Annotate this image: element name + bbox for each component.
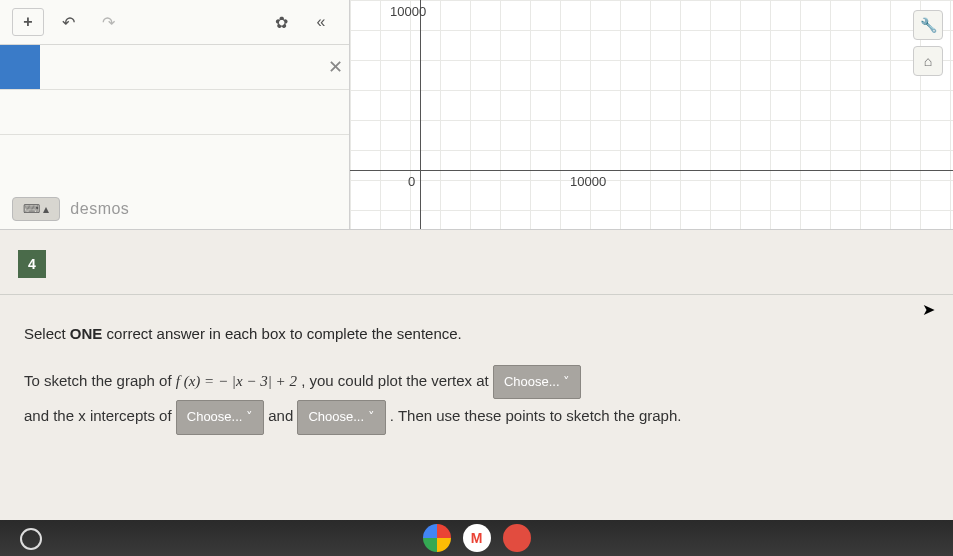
x-tick-label: 10000 <box>570 174 606 189</box>
expression-color-swatch[interactable] <box>0 45 40 89</box>
line1-text-a: To sketch the graph of <box>24 372 176 389</box>
wrench-icon[interactable]: 🔧 <box>913 10 943 40</box>
vertex-dropdown[interactable]: Choose... ˅ <box>493 365 581 400</box>
settings-gear-icon[interactable]: ✿ <box>265 8 297 36</box>
cursor-icon: ➤ <box>922 300 935 319</box>
sentence-line-1: To sketch the graph of f (x) = − |x − 3|… <box>24 364 929 399</box>
line2-text-b: and <box>268 407 297 424</box>
keypad-toggle-button[interactable]: ⌨ ▴ <box>12 197 60 221</box>
gmail-icon[interactable]: M <box>463 524 491 552</box>
question-instructions: Select ONE correct answer in each box to… <box>24 317 929 350</box>
line1-text-b: , you could plot the vertex at <box>301 372 493 389</box>
expression-row-2[interactable] <box>0 90 349 135</box>
expression-panel: + ↶ ↷ ✿ « ✕ ⌨ ▴ desmos <box>0 0 350 229</box>
question-block: 4 Select ONE correct answer in each box … <box>0 230 953 457</box>
x-axis <box>350 170 953 171</box>
expression-color-swatch-empty <box>0 90 40 134</box>
instr-text-a: Select <box>24 325 70 342</box>
graph-grid <box>350 0 953 229</box>
xintercept2-dropdown[interactable]: Choose... ˅ <box>297 400 385 435</box>
desmos-logo: desmos <box>70 200 129 218</box>
home-zoom-button[interactable]: ⌂ <box>913 46 943 76</box>
expression-input-1[interactable] <box>40 45 321 89</box>
xintercept1-dropdown[interactable]: Choose... ˅ <box>176 400 264 435</box>
taskbar: M <box>0 520 953 556</box>
calc-toolbar: + ↶ ↷ ✿ « <box>0 0 349 45</box>
graph-tools: 🔧 ⌂ <box>913 10 943 76</box>
math-expression: f (x) = − |x − 3| + 2 <box>176 373 297 389</box>
instr-text-c: correct answer in each box to complete t… <box>102 325 461 342</box>
expression-input-2[interactable] <box>40 90 349 134</box>
search-circle-icon[interactable] <box>20 528 42 550</box>
app-icon[interactable] <box>503 524 531 552</box>
add-expression-button[interactable]: + <box>12 8 44 36</box>
line2-text-c: . Then use these points to sketch the gr… <box>390 407 682 424</box>
sentence-line-2: and the x intercepts of Choose... ˅ and … <box>24 399 929 434</box>
question-number-badge: 4 <box>18 250 46 278</box>
instr-text-bold: ONE <box>70 325 103 342</box>
y-axis <box>420 0 421 229</box>
redo-button[interactable]: ↷ <box>92 8 124 36</box>
line2-text-a: and the x intercepts of <box>24 407 176 424</box>
graph-area[interactable]: 10000 0 10000 🔧 ⌂ <box>350 0 953 229</box>
origin-label: 0 <box>408 174 415 189</box>
expression-row-1[interactable]: ✕ <box>0 45 349 90</box>
delete-expression-icon[interactable]: ✕ <box>321 45 349 89</box>
collapse-panel-button[interactable]: « <box>305 8 337 36</box>
chrome-icon[interactable] <box>423 524 451 552</box>
undo-button[interactable]: ↶ <box>52 8 84 36</box>
y-tick-label: 10000 <box>390 4 426 19</box>
